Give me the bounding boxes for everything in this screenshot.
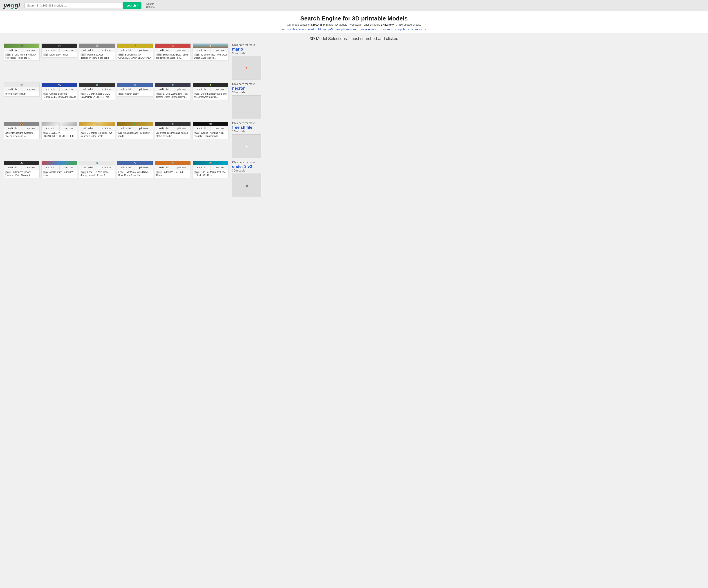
tags-label: Tags	[43, 54, 48, 56]
model-card: 🗿 add to list print now 3D printer files…	[155, 122, 191, 139]
add-to-list-button[interactable]: add to list	[155, 48, 173, 52]
category-link-necron[interactable]: necron	[232, 86, 262, 91]
try-popular[interactable]: » popular »	[394, 28, 409, 31]
model-actions: add to list print now	[117, 48, 153, 52]
model-actions: add to list print now	[41, 126, 77, 131]
try-ps5[interactable]: ps5	[328, 28, 333, 31]
search-button[interactable]: search »	[123, 2, 142, 9]
model-description: Tags Ender 3 V2 Drawer (Screen + Pi4 + S…	[4, 170, 39, 178]
print-now-button[interactable]: print now	[97, 87, 115, 91]
click-more-label: Click here for more	[232, 83, 262, 86]
print-now-button[interactable]: print now	[211, 87, 229, 91]
print-now-button[interactable]: print now	[135, 165, 153, 170]
print-now-button[interactable]: print now	[22, 126, 39, 131]
add-to-list-button[interactable]: add to list	[117, 165, 135, 170]
add-to-list-button[interactable]: add to list	[79, 165, 97, 170]
add-to-list-button[interactable]: add to list	[41, 48, 60, 52]
model-thumbnail: ⚙️	[79, 83, 115, 87]
add-to-list-button[interactable]: add to list	[4, 87, 22, 91]
tags-label: Tags	[81, 54, 86, 56]
model-thumbnail: 🏛️	[4, 83, 39, 87]
search-options[interactable]: Search Options	[146, 2, 154, 9]
add-to-list-button[interactable]: add to list	[193, 165, 211, 170]
add-to-list-button[interactable]: add to list	[155, 126, 173, 131]
print-now-button[interactable]: print now	[60, 126, 77, 131]
tags-label: Tags	[43, 93, 48, 95]
model-actions: add to list print now	[4, 126, 39, 131]
try-headphone-stand[interactable]: headphone stand	[335, 28, 357, 31]
add-to-list-button[interactable]: add to list	[155, 165, 173, 170]
print-now-button[interactable]: print now	[22, 48, 39, 52]
print-now-button[interactable]: print now	[22, 87, 39, 91]
category-link-ender3[interactable]: ender 3 v2	[232, 164, 262, 169]
print-now-button[interactable]: print now	[60, 87, 77, 91]
add-to-list-button[interactable]: add to list	[41, 165, 60, 170]
add-to-list-button[interactable]: add to list	[4, 48, 22, 52]
print-now-button[interactable]: print now	[211, 48, 229, 52]
model-description: Tags Undead Skeleton Reanimated Skin wea…	[41, 91, 77, 100]
add-to-list-button[interactable]: add to list	[79, 126, 97, 131]
model-card: 👻 add to list print now Tags Mario Bros.…	[79, 43, 115, 61]
category-link-mario[interactable]: mario	[232, 47, 262, 52]
print-now-button[interactable]: print now	[135, 87, 153, 91]
print-now-button[interactable]: print now	[135, 126, 153, 131]
add-to-list-button[interactable]: add to list	[117, 87, 135, 91]
try-28mm[interactable]: 28mm	[318, 28, 326, 31]
model-actions: add to list print now	[41, 48, 77, 52]
models-label: 3D models	[232, 52, 262, 55]
print-now-button[interactable]: print now	[60, 165, 77, 170]
try-links: try: cosplay mask mario 28mm ps5 headpho…	[4, 28, 704, 31]
try-mask[interactable]: mask	[299, 28, 306, 31]
add-to-list-button[interactable]: add to list	[4, 126, 22, 131]
add-to-list-button[interactable]: add to list	[193, 48, 211, 52]
print-now-button[interactable]: print now	[211, 165, 229, 170]
row-free-stl: 🐯 add to list print now 3D printer desig…	[4, 122, 704, 158]
print-now-button[interactable]: print now	[173, 126, 191, 131]
model-thumbnail: 🍄	[193, 43, 228, 48]
row-mario: 🎮 add to list print now Tags STL file Ma…	[4, 43, 704, 80]
try-cosplay[interactable]: cosplay	[287, 28, 297, 31]
add-to-list-button[interactable]: add to list	[79, 87, 97, 91]
print-now-button[interactable]: print now	[22, 165, 39, 170]
category-thumbnail: 🖨️	[232, 174, 261, 197]
model-card: 🦴 add to list print now Tags Undead Skel…	[41, 83, 77, 100]
print-now-button[interactable]: print now	[211, 126, 229, 131]
search-input[interactable]	[25, 2, 122, 9]
print-now-button[interactable]: print now	[97, 48, 115, 52]
model-description: Tags Side Rail Mount for Ender 3 Stock L…	[193, 170, 228, 178]
try-more[interactable]: » more »	[381, 28, 392, 31]
model-description: Tags Necron Blade	[117, 91, 153, 96]
print-now-button[interactable]: print now	[173, 165, 191, 170]
tags-label: Tags	[81, 132, 86, 134]
category-link-free-stl[interactable]: free stl file	[232, 125, 262, 130]
print-now-button[interactable]: print now	[173, 48, 191, 52]
try-mario[interactable]: mario	[308, 28, 316, 31]
logo[interactable]: yeggi	[4, 2, 20, 9]
add-to-list-button[interactable]: add to list	[79, 48, 97, 52]
model-description: 3D printer designs awesome tiger on a tr…	[4, 131, 39, 139]
print-now-button[interactable]: print now	[97, 165, 115, 170]
print-now-button[interactable]: print now	[135, 48, 153, 52]
try-dva-overwatch[interactable]: dva overwatch	[360, 28, 379, 31]
add-to-list-button[interactable]: add to list	[155, 87, 173, 91]
add-to-list-button[interactable]: add to list	[193, 87, 211, 91]
model-description: Tags Cyber barricade walls and energy to…	[193, 91, 228, 100]
add-to-list-button[interactable]: add to list	[41, 87, 60, 91]
add-to-list-button[interactable]: add to list	[117, 48, 135, 52]
models-label: 3D models	[232, 91, 262, 94]
side-panel-necron: Click here for more necron 3D models ☠️	[230, 83, 262, 119]
add-to-list-button[interactable]: add to list	[193, 126, 211, 131]
add-to-list-button[interactable]: add to list	[117, 126, 135, 131]
side-panel-mario: Click here for more mario 3D models 🍄	[230, 43, 262, 80]
print-now-button[interactable]: print now	[60, 48, 77, 52]
print-now-button[interactable]: print now	[173, 87, 191, 91]
model-card: 🦚 add to list print now STL file a pheas…	[117, 122, 153, 139]
add-to-list-button[interactable]: add to list	[41, 126, 60, 131]
model-description: Tags Super Mario Bros. Pencil Holder Blo…	[155, 52, 190, 60]
tags-label: Tags	[156, 54, 162, 56]
model-actions: add to list print now	[117, 126, 153, 131]
add-to-list-button[interactable]: add to list	[4, 165, 22, 170]
print-now-button[interactable]: print now	[97, 126, 115, 131]
model-card: ❓ add to list print now Tags SUPER MARIO…	[117, 43, 153, 61]
try-random[interactable]: » random »	[411, 28, 426, 31]
